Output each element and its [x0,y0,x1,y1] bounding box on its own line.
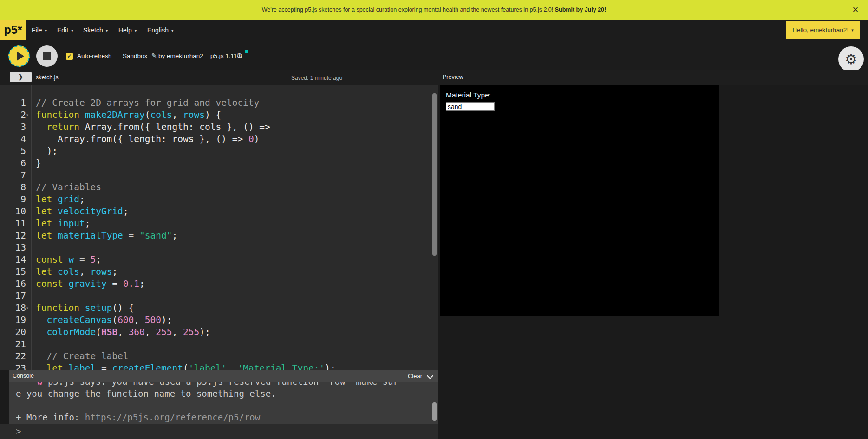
code-text: function setup() { [36,302,134,314]
code-text: createCanvas(600, 500); [36,314,172,326]
console-header: Console Clear [9,370,438,382]
code-text: let cols, rows; [36,266,117,278]
fold-arrow-icon[interactable]: ▾ [26,302,29,314]
code-line[interactable]: 4 Array.from({ length: rows }, () => 0) [0,133,438,145]
line-number: 17 [0,290,26,302]
saved-status: Saved: 1 minute ago [291,75,342,81]
material-type-input[interactable] [446,102,495,111]
caret-down-icon: ▾ [71,28,73,33]
stop-button[interactable] [36,45,58,67]
banner-cta[interactable]: Submit by July 20! [555,6,606,13]
line-number: 16 [0,278,26,290]
menu-file[interactable]: File▾ [32,20,47,40]
account-menu-button[interactable]: Hello, emekturhan2!▾ [786,21,860,39]
console-message-line: + More info: https://p5js.org/reference/… [9,412,438,424]
material-type-label: Material Type: [446,91,491,99]
preferences-gear-icon[interactable]: ⚙ [838,46,864,72]
code-text: } [36,157,41,169]
autorefresh-checkbox[interactable]: ✓ [66,53,73,60]
banner-text: We're accepting p5.js sketches for a spe… [262,6,554,13]
menu-sketch[interactable]: Sketch▾ [83,20,108,40]
code-line[interactable]: 1// Create 2D arrays for grid and veloci… [0,97,438,109]
line-number: 10 [0,206,26,218]
line-number: 4 [0,133,26,145]
close-icon[interactable]: × [848,0,862,20]
code-line[interactable]: 21 [0,338,438,350]
code-text: let materialType = "sand"; [36,230,177,242]
stop-icon [43,52,51,60]
version-gear-icon[interactable]: ⚙ [236,52,242,60]
sidebar-collapse-button[interactable]: ❯ [10,72,32,82]
caret-down-icon: ▾ [106,28,108,33]
console-message-line: ✿ p5.js says: you have used a p5.js rese… [9,382,438,388]
line-number: 20 [0,326,26,338]
code-line[interactable]: 18▾function setup() { [0,302,438,314]
code-text: ); [36,145,58,157]
menu-edit[interactable]: Edit▾ [57,20,73,40]
caret-down-icon: ▾ [45,28,47,33]
line-number: 8 [0,181,26,194]
caret-down-icon: ▾ [135,28,137,33]
tab-sketch-js[interactable]: sketch.js [36,74,59,81]
code-text: // Variables [36,181,101,194]
play-button[interactable] [8,45,30,67]
code-line[interactable]: 13 [0,242,438,254]
line-number: 9 [0,194,26,206]
code-line[interactable]: 3 return Array.from({ length: cols }, ()… [0,121,438,133]
code-line[interactable]: 12let materialType = "sand"; [0,230,438,242]
code-line[interactable]: 6} [0,157,438,169]
code-text: const gravity = 0.1; [36,278,145,290]
code-editor[interactable]: 1// Create 2D arrays for grid and veloci… [0,85,438,370]
autorefresh-label[interactable]: Auto-refresh [77,52,111,60]
menu-help[interactable]: Help▾ [118,20,137,40]
line-number: 5 [0,145,26,157]
line-number: 19 [0,314,26,326]
edit-name-pencil-icon[interactable]: ✎ [151,52,157,59]
line-number: 13 [0,242,26,254]
code-line[interactable]: 11let input; [0,218,438,230]
console-collapse-icon[interactable] [427,373,433,379]
line-number: 22 [0,350,26,362]
p5-logo[interactable]: p5* [0,20,26,40]
fold-arrow-icon[interactable]: ▾ [26,109,29,121]
code-line[interactable]: 15let cols, rows; [0,266,438,278]
caret-down-icon: ▾ [171,28,174,33]
code-line[interactable]: 10let velocityGrid; [0,206,438,218]
code-line[interactable]: 14const w = 5; [0,254,438,266]
code-line[interactable]: 22 // Create label [0,350,438,362]
sketch-name[interactable]: Sandbox [123,52,147,60]
reference-url[interactable]: https://p5js.org/reference/p5/row [85,412,261,422]
editor-scrollbar[interactable] [432,93,437,256]
code-line[interactable]: 7 [0,169,438,181]
code-text: function make2DArray(cols, rows) { [36,109,221,121]
console-clear-button[interactable]: Clear [408,370,422,382]
code-line[interactable]: 2▾function make2DArray(cols, rows) { [0,109,438,121]
code-line[interactable]: 19 createCanvas(600, 500); [0,314,438,326]
sketch-canvas[interactable]: Material Type: [440,85,719,316]
sketch-byline: by emekturhan2 [158,52,203,60]
preview-pane-label: Preview [443,74,463,80]
console-scrollbar[interactable] [432,402,437,421]
tab-bar [0,70,868,85]
code-text: Array.from({ length: rows }, () => 0) [36,133,259,145]
code-lines: 1// Create 2D arrays for grid and veloci… [0,97,438,370]
line-number: 12 [0,230,26,242]
preview-pane: Material Type: [438,85,868,439]
code-text: // Create 2D arrays for grid and velocit… [36,97,259,109]
code-line[interactable]: 5 ); [0,145,438,157]
console-message-line [9,400,438,412]
line-number: 3 [0,121,26,133]
p5js-web-editor: We're accepting p5.js sketches for a spe… [0,0,868,439]
code-line[interactable]: 23 let label = createElement('label', 'M… [0,362,438,370]
code-line[interactable]: 16const gravity = 0.1; [0,278,438,290]
code-line[interactable]: 20 colorMode(HSB, 360, 255, 255); [0,326,438,338]
code-text: return Array.from({ length: cols }, () =… [36,121,270,133]
console-input-row[interactable]: > [0,424,438,439]
code-line[interactable]: 9let grid; [0,194,438,206]
code-line[interactable]: 8// Variables [0,181,438,194]
menu-language[interactable]: English▾ [147,20,173,40]
code-line[interactable]: 17 [0,290,438,302]
console-title: Console [13,370,34,382]
console-message-line: e you change the function name to someth… [9,388,438,400]
console-prompt-chevron: > [16,424,21,439]
